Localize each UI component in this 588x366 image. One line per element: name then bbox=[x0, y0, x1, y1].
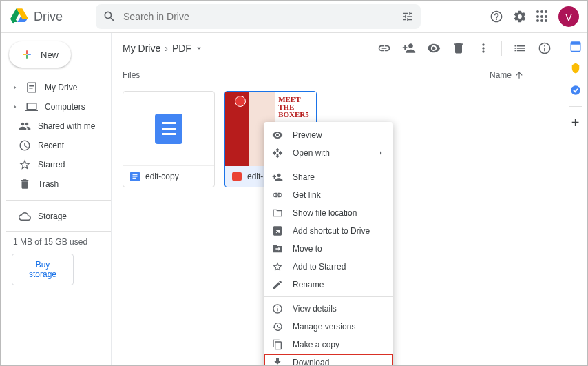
my-drive-icon bbox=[25, 81, 38, 94]
breadcrumb-current[interactable]: PDF bbox=[172, 43, 204, 54]
context-menu: Preview Open with Share Get link Show fi… bbox=[264, 122, 393, 366]
download-icon bbox=[272, 357, 283, 366]
chevron-down-icon bbox=[194, 43, 204, 53]
chevron-right-icon: › bbox=[165, 43, 168, 54]
sidebar: New My Drive Computers Shared with me Re… bbox=[1, 33, 111, 365]
help-icon bbox=[490, 10, 503, 23]
computers-icon bbox=[25, 101, 38, 113]
ctx-preview[interactable]: Preview bbox=[264, 126, 393, 144]
remove-button[interactable] bbox=[452, 41, 465, 55]
person-add-icon bbox=[272, 172, 283, 183]
new-button[interactable]: New bbox=[9, 41, 71, 68]
more-vert-icon bbox=[476, 41, 490, 55]
ctx-view-details[interactable]: View details bbox=[264, 300, 393, 318]
history-icon bbox=[272, 321, 283, 332]
gear-icon bbox=[513, 10, 527, 23]
tasks-icon[interactable] bbox=[569, 84, 582, 96]
sidebar-item-starred[interactable]: Starred bbox=[6, 156, 111, 174]
preview-button[interactable] bbox=[427, 41, 441, 55]
nav-label: Shared with me bbox=[38, 121, 95, 131]
keep-icon[interactable] bbox=[569, 62, 582, 74]
trash-icon bbox=[19, 178, 31, 190]
ctx-move-to[interactable]: Move to bbox=[264, 240, 393, 258]
panel-divider bbox=[569, 106, 582, 107]
new-label: New bbox=[41, 50, 59, 60]
chevron-right-icon bbox=[377, 149, 385, 157]
nav-label: Recent bbox=[38, 141, 64, 150]
ctx-share[interactable]: Share bbox=[264, 168, 393, 186]
side-panel: + bbox=[563, 33, 587, 365]
svg-rect-2 bbox=[133, 176, 138, 176]
eye-icon bbox=[427, 41, 441, 55]
file-name: edit- bbox=[247, 172, 263, 181]
toolbar: My Drive › PDF bbox=[112, 33, 563, 63]
search-input[interactable] bbox=[123, 11, 401, 22]
view-list-button[interactable] bbox=[513, 41, 527, 55]
folder-icon bbox=[272, 207, 283, 218]
ctx-add-shortcut[interactable]: Add shortcut to Drive bbox=[264, 222, 393, 240]
ctx-show-location[interactable]: Show file location bbox=[264, 204, 393, 222]
person-add-icon bbox=[402, 41, 416, 55]
ctx-download[interactable]: Download bbox=[264, 354, 393, 366]
copy-icon bbox=[272, 339, 283, 350]
ctx-get-link[interactable]: Get link bbox=[264, 186, 393, 204]
more-button[interactable] bbox=[476, 41, 490, 55]
cloud-icon bbox=[19, 210, 31, 223]
buy-storage-button[interactable]: Buy storage bbox=[12, 254, 74, 285]
nav-label: Computers bbox=[45, 102, 85, 112]
settings-button[interactable] bbox=[513, 10, 527, 23]
info-icon bbox=[538, 41, 552, 55]
drive-logo-icon bbox=[10, 8, 28, 25]
arrow-up-icon bbox=[514, 70, 524, 80]
apps-button[interactable] bbox=[536, 10, 549, 23]
nav-label: My Drive bbox=[45, 83, 77, 92]
search-bar[interactable] bbox=[96, 4, 421, 29]
name-column[interactable]: Name bbox=[490, 70, 524, 80]
trash-icon bbox=[452, 41, 465, 55]
doc-icon bbox=[130, 172, 140, 181]
ctx-rename[interactable]: Rename bbox=[264, 276, 393, 294]
breadcrumb-root[interactable]: My Drive bbox=[123, 43, 160, 54]
addons-button[interactable]: + bbox=[569, 116, 582, 129]
sidebar-item-shared[interactable]: Shared with me bbox=[6, 117, 111, 135]
open-with-icon bbox=[272, 148, 283, 159]
doc-icon bbox=[155, 114, 182, 144]
header: Drive V bbox=[1, 1, 587, 32]
ctx-star[interactable]: Add to Starred bbox=[264, 258, 393, 276]
link-icon bbox=[272, 190, 283, 201]
nav-divider bbox=[6, 200, 111, 201]
plus-icon bbox=[20, 48, 34, 61]
search-icon bbox=[103, 10, 116, 23]
link-icon bbox=[377, 41, 391, 55]
svg-rect-5 bbox=[571, 42, 580, 45]
app-name: Drive bbox=[34, 10, 63, 24]
ctx-divider bbox=[264, 165, 393, 165]
logo[interactable]: Drive bbox=[10, 8, 63, 25]
toolbar-actions bbox=[377, 41, 552, 56]
storage-usage: 1 MB of 15 GB used bbox=[6, 237, 111, 247]
info-icon bbox=[272, 303, 283, 314]
get-link-button[interactable] bbox=[377, 41, 391, 55]
details-button[interactable] bbox=[538, 41, 552, 55]
file-thumbnail bbox=[123, 92, 214, 166]
tune-icon[interactable] bbox=[401, 10, 414, 23]
sidebar-item-trash[interactable]: Trash bbox=[6, 175, 111, 193]
nav-label: Trash bbox=[38, 179, 59, 189]
help-button[interactable] bbox=[490, 10, 503, 23]
sidebar-item-recent[interactable]: Recent bbox=[6, 136, 111, 154]
ctx-manage-versions[interactable]: Manage versions bbox=[264, 318, 393, 336]
share-button[interactable] bbox=[402, 41, 416, 55]
ctx-make-copy[interactable]: Make a copy bbox=[264, 336, 393, 354]
ctx-open-with[interactable]: Open with bbox=[264, 144, 393, 162]
sidebar-item-my-drive[interactable]: My Drive bbox=[6, 79, 111, 96]
sidebar-item-storage[interactable]: Storage bbox=[6, 207, 111, 225]
storage-divider bbox=[6, 231, 111, 232]
shared-icon bbox=[19, 120, 31, 132]
file-item-doc[interactable]: edit-copy bbox=[123, 91, 215, 187]
sidebar-item-computers[interactable]: Computers bbox=[6, 98, 111, 116]
list-header: Files Name bbox=[112, 63, 563, 87]
calendar-icon[interactable] bbox=[569, 40, 582, 52]
avatar[interactable]: V bbox=[558, 6, 579, 27]
toolbar-divider bbox=[501, 41, 502, 56]
apps-grid-icon bbox=[536, 10, 549, 23]
